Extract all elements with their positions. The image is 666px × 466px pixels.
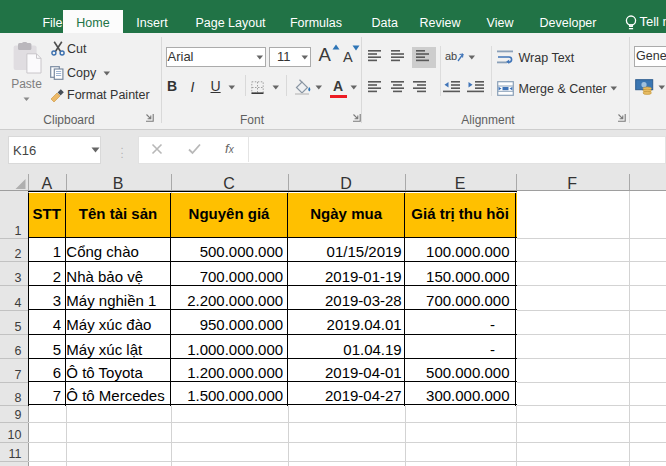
svg-text:ab: ab	[445, 50, 457, 62]
